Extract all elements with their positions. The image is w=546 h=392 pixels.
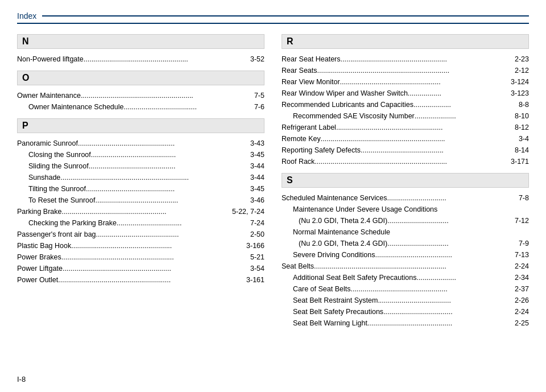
entry-page: 3-4 [519,133,529,145]
entry-title: Passenger's front air bag [17,229,96,240]
entry-page: 8-8 [519,99,529,110]
entry-page: 5-22, 7-24 [232,206,264,217]
entry-title: Recommended Lubricants and Capacities [282,99,413,110]
entry-title: Severe Driving Conditions [293,249,375,261]
index-entry: Maintenance Under Severe Usage Condition… [282,204,529,215]
entry-page: 8-10 [515,110,529,122]
entry-dots: ....................................... [375,249,515,261]
entry-page: 2-50 [250,229,264,240]
entry-title: Normal Maintenance Schedule [293,226,390,238]
entry-page: 7-12 [515,215,529,226]
entry-dots: ........................................… [86,183,250,195]
entry-dots: ................... [413,99,519,110]
index-entry: Seat Belt Restraint System..............… [282,295,529,306]
index-entry: Reporting Safety Defects................… [282,145,529,156]
entry-dots: ........................................… [63,263,250,274]
entry-title: To Reset the Sunroof [28,195,95,206]
entry-title: Seat Belt Warning Light [293,317,367,329]
entry-dots: ........................................… [81,90,254,101]
entry-page: 3-52 [250,53,264,65]
index-entry: Rear Seat Heaters.......................… [282,53,529,65]
index-entry: Non-Powered liftgate....................… [17,53,264,65]
entry-title: Sunshade [28,172,60,183]
entry-page: 3-45 [250,183,264,195]
entry-dots: ........................................… [62,206,233,217]
entry-page: 3-54 [250,263,264,274]
entry-dots: ..................................... [123,101,254,113]
index-entry: Power Brakes............................… [17,251,264,263]
index-entry: Owner Maintenance.......................… [17,90,264,101]
entry-title: (Nu 2.0 GDI, Theta 2.4 GDI) [299,215,387,226]
entry-dots: ........................................… [84,53,250,65]
entry-title: Parking Brake [17,206,62,217]
index-entry: Refrigerant Label.......................… [282,122,529,133]
entry-page: 7-24 [250,217,264,229]
entry-title: Owner Maintenance [17,90,81,101]
index-entry: Passenger's front air bag...............… [17,229,264,240]
section-letter-s: S [282,173,529,188]
entry-page: 2-26 [515,295,529,306]
entry-dots: ................. [408,88,511,99]
entry-page: 8-14 [515,145,529,156]
section-letter-r: R [282,34,529,49]
entry-dots: ................................... [383,306,515,317]
index-entry: Scheduled Maintenance Services..........… [282,192,529,204]
header-line [42,15,529,16]
index-entry: Rear Seats..............................… [282,65,529,76]
entry-title: Closing the Sunroof [28,149,91,160]
entry-page: 7-9 [519,238,529,249]
index-entry: Power Liftgate..........................… [17,263,264,274]
entry-page: 3-44 [250,172,264,183]
index-entry: Plastic Bag Hook........................… [17,240,264,251]
entry-title: Maintenance Under Severe Usage Condition… [293,204,437,215]
left-column: NNon-Powered liftgate...................… [17,34,264,329]
section-letter-p: P [17,118,264,133]
entry-dots: ........................................… [60,172,250,183]
entry-title: Rear View Monitor [282,76,340,88]
entry-dots: ........................................… [315,156,511,167]
index-entry: Tilting the Sunroof.....................… [17,183,264,195]
entry-dots: ........................................… [89,160,250,172]
entry-title: (Nu 2.0 GDI, Theta 2.4 GDI) [299,238,387,249]
index-entry: Power Outlet............................… [17,274,264,286]
right-column: RRear Seat Heaters......................… [282,34,529,329]
header-bar: Index [17,11,529,24]
entry-page: 7-8 [519,192,529,204]
index-entry: Seat Belt Warning Light.................… [282,317,529,329]
entry-page: 2-37 [515,283,529,295]
index-entry: Seat Belt Safety Precautions............… [282,306,529,317]
entry-title: Power Brakes [17,251,61,263]
entry-title: Rear Seats [282,65,317,76]
page-container: Index NNon-Powered liftgate.............… [0,0,546,346]
entry-title: Checking the Parking Brake [28,217,117,229]
index-entry: Parking Brake...........................… [17,206,264,217]
entry-page: 3-123 [511,88,529,99]
entry-title: Rear Window Wiper and Washer Switch [282,88,408,99]
index-entry: Owner Maintenance Schedule..............… [17,101,264,113]
index-entry: Additional Seat Belt Safety Precautions.… [282,272,529,283]
entry-dots: ........................................… [341,53,515,65]
entry-dots: ........................................… [317,65,515,76]
entry-title: Care of Seat Belts [293,283,350,295]
entry-page: 2-24 [515,306,529,317]
entry-page: 8-12 [515,122,529,133]
index-entry: Sliding the Sunroof.....................… [17,160,264,172]
entry-page: 2-34 [515,272,529,283]
entry-dots: ........................................… [78,138,250,149]
entry-page: 3-45 [250,149,264,160]
entry-title: Seat Belt Safety Precautions [293,306,383,317]
entry-title: Seat Belt Restraint System [293,295,378,306]
entry-dots: ........................................… [58,274,246,286]
entry-title: Remote Key [282,133,321,145]
entry-title: Roof Rack [282,156,315,167]
entry-title: Owner Maintenance Schedule [28,101,123,113]
footer-page-number: I-8 [17,375,26,383]
entry-page: 3-124 [511,76,529,88]
index-entry: Remote Key..............................… [282,133,529,145]
entry-title: Panoramic Sunroof [17,138,78,149]
index-entry: Rear View Monitor.......................… [282,76,529,88]
entry-dots: ..................................... [378,295,515,306]
header-title: Index [17,11,36,20]
index-entry: Recommended Lubricants and Capacities...… [282,99,529,110]
index-entry: (Nu 2.0 GDI, Theta 2.4 GDI).............… [282,238,529,249]
